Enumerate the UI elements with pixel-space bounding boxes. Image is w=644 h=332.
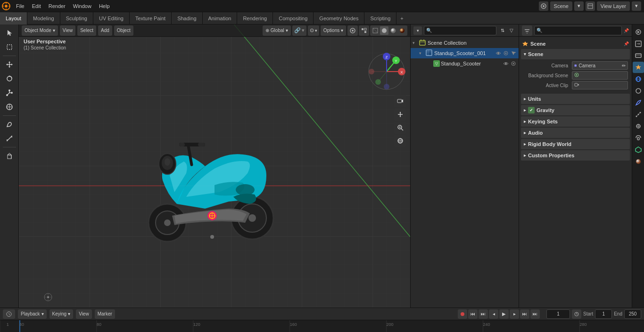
props-nav-object[interactable] xyxy=(633,85,644,97)
wireframe-mode-btn[interactable] xyxy=(371,26,380,35)
solid-mode-btn[interactable] xyxy=(380,26,388,35)
step-back-btn[interactable]: ◂ xyxy=(489,309,498,319)
view-layer-name[interactable]: View Layer xyxy=(597,1,630,11)
rigid-body-header[interactable]: ▸ Rigid Body World xyxy=(521,139,630,149)
tool-select-box[interactable] xyxy=(2,40,17,54)
zoom-view-btn[interactable] xyxy=(394,121,406,134)
props-nav-modifier[interactable] xyxy=(633,97,644,108)
object-mode-btn[interactable]: Object Mode ▾ xyxy=(22,25,58,36)
fps-icon[interactable] xyxy=(572,309,581,319)
rendered-mode-btn[interactable] xyxy=(398,26,406,35)
jump-start-btn[interactable]: ⏮ xyxy=(468,309,478,319)
props-nav-world[interactable] xyxy=(633,73,644,85)
tab-modeling[interactable]: Modeling xyxy=(27,12,60,24)
material-mode-btn[interactable] xyxy=(389,26,397,35)
props-nav-material[interactable] xyxy=(633,156,644,167)
props-nav-render[interactable] xyxy=(633,26,644,38)
tool-move[interactable] xyxy=(2,58,17,71)
audio-section-header[interactable]: ▸ Audio xyxy=(521,128,630,138)
jump-forward-btn[interactable]: ⏭ xyxy=(520,309,529,319)
outliner-scene-collection[interactable]: ▾ Scene Collection xyxy=(411,38,519,48)
tab-compositing[interactable]: Compositing xyxy=(273,12,314,24)
tool-transform[interactable] xyxy=(2,100,17,113)
proportional-edit-icon[interactable]: ⊙ xyxy=(310,27,314,33)
props-nav-physics[interactable] xyxy=(633,121,644,132)
gravity-checkbox[interactable]: ✓ xyxy=(528,107,535,113)
tool-scale[interactable] xyxy=(2,86,17,99)
tab-geometry-nodes[interactable]: Geometry Nodes xyxy=(314,12,364,24)
jump-end-btn[interactable]: ⏭ xyxy=(530,309,540,319)
select-btn[interactable]: Select xyxy=(77,25,96,36)
tool-measure[interactable] xyxy=(2,132,17,145)
scene-pin-btn[interactable]: 📌 xyxy=(624,41,629,46)
current-frame-input[interactable]: 1 xyxy=(546,309,570,319)
step-forward-btn[interactable]: ▸ xyxy=(510,309,519,319)
local-view-btn[interactable] xyxy=(394,135,406,147)
units-section-header[interactable]: ▸ Units xyxy=(521,94,630,104)
object-btn[interactable]: Object xyxy=(114,25,133,36)
scooter-mesh-visibility-icon[interactable] xyxy=(503,60,509,67)
props-nav-scene[interactable] xyxy=(633,62,644,73)
scene-name[interactable]: Scene xyxy=(550,1,572,11)
props-nav-object-data[interactable] xyxy=(633,144,644,155)
props-nav-particles[interactable] xyxy=(633,109,644,120)
camera-view-btn[interactable] xyxy=(394,95,406,107)
record-btn[interactable] xyxy=(458,309,467,319)
scooter-001-select-icon[interactable] xyxy=(510,50,517,57)
scene-selector-icon[interactable] xyxy=(539,1,548,11)
camera-prop-value[interactable]: ■ Camera ✏ xyxy=(572,61,628,70)
transform-orientation-btn[interactable]: ⊕ Global ▾ xyxy=(263,25,291,36)
keying-btn[interactable]: Keying ▾ xyxy=(50,309,74,319)
view-layer-icon[interactable] xyxy=(586,1,595,11)
tool-cursor[interactable] xyxy=(2,26,17,40)
scene-menu-btn[interactable]: ▾ xyxy=(574,1,584,11)
props-filter-icon-btn[interactable] xyxy=(522,25,532,36)
props-nav-view-layer[interactable] xyxy=(633,50,644,61)
props-search-input[interactable] xyxy=(534,26,622,35)
gizmo-btn[interactable] xyxy=(359,25,369,36)
camera-edit-btn[interactable]: ✏ xyxy=(622,63,626,68)
tool-annotate[interactable] xyxy=(2,118,17,131)
viewport-3d[interactable]: Object Mode ▾ View Select Add Object ⊕ G… xyxy=(19,24,410,308)
tool-rotate[interactable] xyxy=(2,72,17,85)
timeline-mode-btn[interactable] xyxy=(3,309,15,319)
background-scene-value[interactable] xyxy=(572,71,628,80)
menu-help[interactable]: Help xyxy=(95,0,114,12)
tool-add-cube[interactable] xyxy=(2,149,17,162)
view-timeline-btn[interactable]: View xyxy=(76,309,92,319)
jump-back-btn[interactable]: ⏭︎ xyxy=(479,309,488,319)
tab-animation[interactable]: Animation xyxy=(203,12,238,24)
tab-shading[interactable]: Shading xyxy=(172,12,202,24)
scooter-001-expand-arrow[interactable]: ▾ xyxy=(419,51,425,56)
active-clip-value[interactable] xyxy=(572,81,628,89)
menu-edit[interactable]: Edit xyxy=(28,0,45,12)
tab-layout[interactable]: Layout xyxy=(0,12,27,24)
tab-add-btn[interactable]: + xyxy=(396,12,407,24)
scooter-object[interactable] xyxy=(120,72,309,260)
tab-scripting[interactable]: Scripting xyxy=(364,12,396,24)
props-nav-constraints[interactable] xyxy=(633,132,644,144)
options-btn[interactable]: Options ▾ xyxy=(321,25,346,36)
tab-uv-editing[interactable]: UV Editing xyxy=(93,12,130,24)
outliner-sort-icon[interactable]: ⇅ xyxy=(498,26,507,35)
keying-sets-header[interactable]: ▸ Keying Sets xyxy=(521,116,630,127)
outliner-filter-btn[interactable]: ▾ xyxy=(413,26,422,35)
scene-section-header[interactable]: ▾ Scene xyxy=(521,49,630,59)
viewport-gizmo[interactable]: X Y Z xyxy=(368,53,405,90)
proportional-falloff-icon[interactable]: ▾ xyxy=(315,28,317,33)
tab-rendering[interactable]: Rendering xyxy=(237,12,273,24)
outliner-search-input[interactable] xyxy=(424,26,496,35)
overlay-btn[interactable] xyxy=(347,25,358,36)
play-btn[interactable]: ▶ xyxy=(499,309,509,319)
end-frame-input[interactable]: 250 xyxy=(624,309,641,319)
props-pin-btn[interactable]: 📌 xyxy=(624,28,629,33)
snap-magnet-icon[interactable]: 🔗 xyxy=(294,27,301,33)
marker-btn[interactable]: Marker xyxy=(95,309,115,319)
scooter-mesh-render-icon[interactable] xyxy=(510,60,517,67)
add-btn[interactable]: Add xyxy=(98,25,112,36)
start-frame-input[interactable]: 1 xyxy=(595,309,612,319)
scooter-001-render-icon[interactable] xyxy=(503,50,509,57)
scene-collection-expand-arrow[interactable]: ▾ xyxy=(413,40,418,45)
playback-btn[interactable]: Playback ▾ xyxy=(18,309,47,319)
menu-window[interactable]: Window xyxy=(69,0,95,12)
